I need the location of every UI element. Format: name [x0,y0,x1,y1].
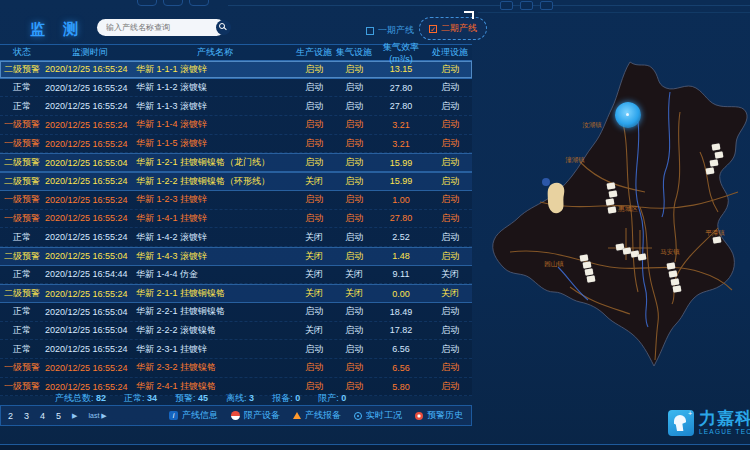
device-marker[interactable] [580,254,589,261]
phase2-button[interactable]: ✓ 二期产线 [419,17,487,40]
legend-dot-button[interactable]: 预警历史 [415,409,463,422]
gas-facility-cell: 关闭 [334,268,374,281]
last-page-button[interactable]: last ▶ [88,412,106,420]
device-marker[interactable] [583,261,592,268]
alert-location-marker[interactable] [615,102,641,128]
stop-icon [231,411,240,420]
table-row[interactable]: 一级预警 2020/12/25 16:55:24 华新 1-2-3 挂镀锌 启动… [0,191,472,210]
table-row[interactable]: 二级预警 2020/12/25 16:55:24 华新 1-2-2 挂镀铜镍铬（… [0,172,472,191]
gas-facility-cell: 启动 [334,305,374,318]
legend-stop-button[interactable]: 限产设备 [231,409,280,422]
table-row[interactable]: 二级预警 2020/12/25 16:55:24 华新 2-1-1 挂镀铜镍铬 … [0,284,472,303]
time-cell: 2020/12/25 16:55:24 [44,195,136,205]
device-marker[interactable] [710,159,719,166]
next-page-button[interactable]: ▶ [72,412,77,420]
status-cell: 正常 [0,100,44,113]
reservoir-area [548,183,565,214]
device-marker[interactable] [607,182,616,189]
bottom-toolbar: 2345▶last ▶ i产线信息限产设备产线报备实时工况预警历史 [0,405,472,426]
table-row[interactable]: 二级预警 2020/12/25 16:55:04 华新 1-4-3 滚镀锌 关闭… [0,247,472,266]
prod-facility-cell: 启动 [294,343,334,356]
device-marker[interactable] [715,151,724,158]
page-button[interactable]: 5 [56,411,61,421]
device-marker[interactable] [609,190,618,197]
summary-item: 预警: 45 [175,392,208,405]
phase2-label: 二期产线 [441,22,477,35]
efficiency-cell: 18.49 [374,307,428,317]
table-row[interactable]: 正常 2020/12/25 16:55:24 华新 2-3-1 挂镀锌 启动 启… [0,340,472,359]
line-name-cell: 华新 1-4-3 滚镀锌 [136,250,294,263]
gas-facility-cell: 启动 [334,250,374,263]
treat-facility-cell: 启动 [428,380,472,393]
monitoring-dashboard: 监 测 一期产线 ✓ 二期产线 状态 监测时间 产线名称 生产设施 集气设施 集… [0,0,750,450]
prod-facility-cell: 关闭 [294,268,334,281]
treat-facility-cell: 关闭 [428,287,472,300]
device-marker[interactable] [712,143,721,150]
device-marker[interactable] [606,198,615,205]
table-row[interactable]: 正常 2020/12/25 16:55:24 华新 1-1-2 滚镀镍 启动 启… [0,79,472,98]
phase1-checkbox[interactable]: 一期产线 [366,24,414,37]
device-marker[interactable] [587,275,596,282]
status-cell: 一级预警 [0,361,44,374]
deco-line [228,5,750,6]
table-row[interactable]: 正常 2020/12/25 16:54:44 华新 1-4-4 仿金 关闭 关闭… [0,266,472,285]
gas-facility-cell: 启动 [334,324,374,337]
treat-facility-cell: 启动 [428,361,472,374]
bottom-strip [0,445,750,450]
table-row[interactable]: 正常 2020/12/25 16:55:24 华新 1-4-2 滚镀锌 关闭 启… [0,228,472,247]
prod-facility-cell: 启动 [294,361,334,374]
search-button[interactable] [216,20,231,35]
treat-facility-cell: 启动 [428,343,472,356]
map-town-label: 汝湖镇 [582,121,602,130]
legend-tri-button[interactable]: 产线报备 [293,409,341,422]
table-row[interactable]: 正常 2020/12/25 16:55:24 华新 1-1-3 滚镀锌 启动 启… [0,97,472,116]
prod-facility-cell: 启动 [294,81,334,94]
gas-facility-cell: 启动 [334,361,374,374]
device-marker[interactable] [608,206,617,213]
prod-facility-cell: 启动 [294,100,334,113]
line-name-cell: 华新 1-1-3 滚镀锌 [136,100,294,113]
line-name-cell: 华新 1-4-4 仿金 [136,268,294,281]
corner-bracket-deco [464,11,474,19]
device-marker[interactable] [673,285,682,292]
status-cell: 二级预警 [0,175,44,188]
status-cell: 二级预警 [0,63,44,76]
line-name-cell: 华新 2-1-1 挂镀铜镍铬 [136,287,294,300]
table-row[interactable]: 一级预警 2020/12/25 16:55:24 华新 1-1-4 滚镀锌 启动… [0,116,472,135]
district-map[interactable]: 汝湖镇潼湖镇惠城区平潭镇马安镇园山镇 [480,52,750,444]
table-row[interactable]: 一级预警 2020/12/25 16:55:24 华新 2-3-2 挂镀镍铬 启… [0,359,472,378]
summary-item: 产线总数: 82 [55,392,106,405]
search-input[interactable] [97,23,216,32]
page-button[interactable]: 3 [24,411,29,421]
page-button[interactable]: 2 [8,411,13,421]
deco-square [520,1,533,10]
legend-info-button[interactable]: i产线信息 [169,409,218,422]
prod-facility-cell: 关闭 [294,175,334,188]
device-marker[interactable] [671,278,680,285]
legend-buttons: i产线信息限产设备产线报备实时工况预警历史 [169,409,471,422]
treat-facility-cell: 启动 [428,81,472,94]
treat-facility-cell: 启动 [428,63,472,76]
table-row[interactable]: 一级预警 2020/12/25 16:55:24 华新 1-4-1 挂镀锌 启动… [0,210,472,229]
summary-item: 限产: 0 [318,392,346,405]
device-marker[interactable] [585,268,594,275]
line-name-cell: 华新 2-3-1 挂镀锌 [136,343,294,356]
brand-name-en: LEAGUE TECH [699,429,750,436]
device-marker[interactable] [638,253,647,260]
device-marker[interactable] [669,270,678,277]
gas-facility-cell: 启动 [334,231,374,244]
treat-facility-cell: 启动 [428,212,472,225]
prod-facility-cell: 启动 [294,305,334,318]
prod-facility-cell: 启动 [294,156,334,169]
legend-gauge-button[interactable]: 实时工况 [354,409,402,422]
table-row[interactable]: 二级预警 2020/12/25 16:55:04 华新 1-2-1 挂镀铜镍铬（… [0,153,472,172]
page-button[interactable]: 4 [40,411,45,421]
device-marker[interactable] [706,167,715,174]
device-marker[interactable] [667,262,676,269]
table-row[interactable]: 正常 2020/12/25 16:55:04 华新 2-2-1 挂镀铜镍铬 启动… [0,303,472,322]
table-row[interactable]: 一级预警 2020/12/25 16:55:24 华新 1-1-5 滚镀锌 启动… [0,135,472,154]
treat-facility-cell: 启动 [428,324,472,337]
efficiency-cell: 6.56 [374,344,428,354]
pagination: 2345▶last ▶ [1,411,107,421]
table-row[interactable]: 正常 2020/12/25 16:55:04 华新 2-2-2 滚镀镍铬 关闭 … [0,322,472,341]
